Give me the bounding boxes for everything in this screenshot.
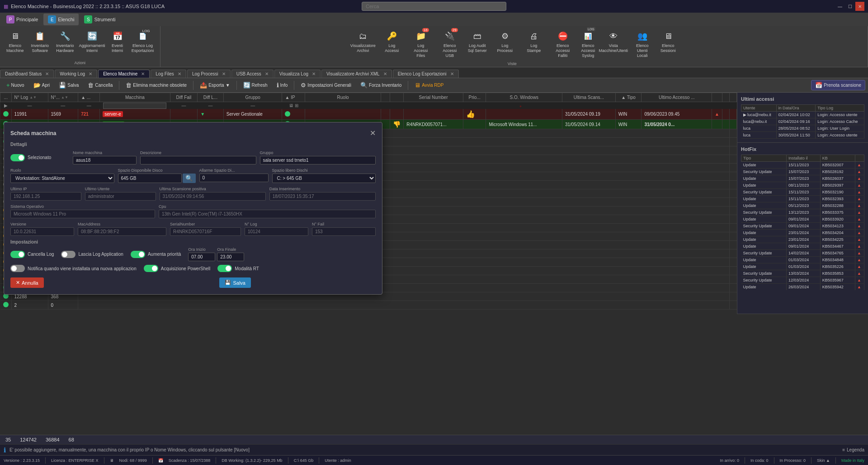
btn-apri[interactable]: 📂 Apri (30, 80, 54, 90)
tab-elenco-macchine-close[interactable]: ✕ (141, 71, 145, 76)
tb-elenco-utenti-locali[interactable]: 👥 Elenco UtentiLocali (629, 28, 656, 60)
tb-elenco-log-esp[interactable]: 📄LOG Elenco LogEsportazioni (129, 28, 156, 55)
btn-nuovo[interactable]: + Nuovo (3, 80, 28, 90)
modal-close-icon[interactable]: ✕ (370, 129, 376, 137)
tab-elenco-macchine[interactable]: Elenco Macchine ✕ (98, 70, 150, 78)
tb-aggiornamenti[interactable]: 🔄 AggiornamentiInterni (79, 28, 106, 55)
col-prio[interactable]: Prio... (463, 93, 486, 102)
list-item[interactable]: Update 08/11/2023 KB5029397 ▲ (741, 182, 864, 189)
tab-log-processi-close[interactable]: ✕ (222, 71, 226, 76)
col-extra1[interactable] (712, 93, 722, 102)
tb-log-accessi-files[interactable]: 📁16 Log AccessiFiles (407, 28, 434, 60)
list-item[interactable]: Security Update 09/01/2024 KB5034123 ▲ (741, 223, 864, 230)
table-row[interactable]: 2 0 (0, 301, 737, 310)
tb-log-audit[interactable]: 🗃 Log AuditSql Server (465, 28, 490, 55)
toggle-cancella-log[interactable] (10, 251, 25, 258)
list-item[interactable]: Update 09/01/2024 KB5033920 ▲ (741, 216, 864, 223)
list-item[interactable]: luca 28/05/2024 08:52 Login: User Login (741, 125, 864, 132)
tab-working-log[interactable]: Working Log ✕ (55, 70, 97, 78)
toggle-modalita-rt[interactable] (217, 265, 232, 272)
btn-salva[interactable]: 💾 Salva (219, 277, 251, 288)
ora-inizio-input[interactable] (188, 253, 215, 261)
menu-strumenti[interactable]: S Strumenti (80, 14, 120, 25)
list-item[interactable]: Update 26/03/2024 KB5035942 ▲ (741, 284, 864, 291)
btn-elimina-obsolete[interactable]: 🗑 Elimina macchine obsolete (122, 80, 190, 90)
list-item[interactable]: Security Update 12/03/2024 KB5035967 ▲ (741, 277, 864, 284)
allarme-input[interactable] (199, 174, 269, 182)
ora-fine-input[interactable] (217, 253, 244, 261)
tb-visualizzatore-archivi[interactable]: 🗂 VisualizzatoreArchivi (349, 28, 377, 55)
spazio-disco-input[interactable] (118, 174, 182, 183)
filter-toggle[interactable]: ▶ (0, 102, 12, 109)
list-item[interactable]: Security Update 15/07/2023 KB5028192 ▲ (741, 169, 864, 175)
col-extra3[interactable] (730, 93, 737, 102)
toggle-selezionato[interactable] (10, 154, 25, 161)
col-n2[interactable]: N°...▲▼ (48, 93, 78, 102)
list-item[interactable]: Security Update 15/11/2023 KB5032190 ▲ (741, 189, 864, 196)
btn-info[interactable]: ℹ Info (273, 80, 292, 90)
global-search-input[interactable] (362, 2, 506, 11)
tb-accessi-syslog[interactable]: 📊LOG ElencoAccessiSyslog (578, 28, 598, 60)
col-ruolo[interactable]: Ruolo (305, 93, 381, 102)
btn-salva[interactable]: 💾 Salva (55, 80, 82, 90)
tab-visualizza-log-close[interactable]: ✕ (312, 71, 316, 76)
tb-elenco-macchine[interactable]: 🖥 ElencoMacchine (4, 28, 27, 55)
skin-text[interactable]: Skin ▲ (817, 458, 830, 463)
minimize-button[interactable]: — (835, 2, 844, 11)
tb-log-stampe[interactable]: 🖨 Log Stampe (520, 28, 547, 55)
toggle-aumenta-priorita[interactable] (131, 251, 145, 258)
toggle-acquisizione[interactable] (144, 265, 158, 272)
tb-accessi-falliti[interactable]: ⛔ Elenco AccessiFalliti (549, 28, 576, 60)
list-item[interactable]: Security Update 13/03/2024 KB5035853 ▲ (741, 270, 864, 277)
list-item[interactable]: Update 01/03/2024 KB5035226 ▲ (741, 263, 864, 270)
btn-annulla[interactable]: ✕ Annulla (10, 277, 44, 288)
hotfix-scroll[interactable]: Tipo Installato il KB Update 15/11/2023 … (741, 155, 864, 290)
tab-dashboard-close[interactable]: ✕ (45, 71, 49, 76)
btn-prenota-scansione[interactable]: 📅 Prenota scansione (811, 80, 865, 90)
maximize-button[interactable]: ☐ (845, 2, 854, 11)
list-item[interactable]: Update 23/01/2024 KB5034204 ▲ (741, 230, 864, 236)
col-diff-fail[interactable]: Diff Fail (170, 93, 198, 102)
tb-log-processi[interactable]: ⚙ Log Processi (491, 28, 519, 55)
col-gruppo[interactable]: Gruppo (223, 93, 282, 102)
descrizione-input[interactable] (140, 156, 256, 164)
list-item[interactable]: Update 05/12/2023 KB5032288 ▲ (741, 202, 864, 209)
tab-elenco-log-esp[interactable]: Elenco Log Esportazioni ✕ (393, 70, 459, 78)
tab-dashboard[interactable]: DashBoard Status ✕ (0, 70, 54, 78)
col-extra2[interactable] (722, 93, 730, 102)
tb-elenco-sessioni[interactable]: 🖥 ElencoSessioni (658, 28, 679, 55)
col-nlog[interactable]: N° Log▲▼ (11, 93, 48, 102)
tab-usb-access[interactable]: USB Access ✕ (231, 70, 274, 78)
tb-inventario-hardware[interactable]: 🔧 InventarioHardware (53, 28, 77, 55)
btn-avvia-rdp[interactable]: 🖥 Avvia RDP (411, 80, 447, 90)
list-item[interactable]: Update 01/03/2024 KB5034848 ▲ (741, 257, 864, 263)
tab-visualizzatore-xml-close[interactable]: ✕ (383, 71, 387, 76)
tab-visualizzatore-xml[interactable]: Visualizzatore Archivi XML ✕ (321, 70, 392, 78)
list-item[interactable]: ▶ luca@nebu.it 02/04/2024 10:02 Login: A… (741, 112, 864, 118)
col-so[interactable]: S.O. Windows (486, 93, 562, 102)
tb-vista-macchine[interactable]: 👁 VistaMacchine/Utenti (600, 28, 627, 55)
list-item[interactable]: luca@nebu.it 02/04/2024 09:16 Login: Acc… (741, 118, 864, 125)
btn-refresh[interactable]: 🔄 Refresh (240, 80, 271, 90)
list-item[interactable]: Update 15/11/2023 KB5032393 ▲ (741, 196, 864, 202)
tab-log-files-close[interactable]: ✕ (178, 71, 181, 76)
tab-elenco-log-esp-close[interactable]: ✕ (450, 71, 454, 76)
nome-macchina-input[interactable] (73, 156, 137, 164)
col-macchina[interactable]: Macchina (100, 93, 170, 102)
tab-working-log-close[interactable]: ✕ (89, 71, 92, 76)
tb-log-accessi[interactable]: 🔑 Log Accessi (378, 28, 406, 55)
toggle-lascia-log[interactable] (61, 251, 75, 258)
btn-esporta[interactable]: 📤 Esporta ▼ (196, 80, 233, 90)
table-row[interactable]: 11991 1569 721 server-e ▼ Server Gestion… (0, 109, 737, 120)
legenda-group[interactable]: ≡ Legenda (842, 447, 864, 452)
btn-cancella[interactable]: 🗑 Cancella (84, 80, 116, 90)
list-item[interactable]: Update 15/11/2023 KB5032007 ▲ (741, 162, 864, 169)
list-item[interactable]: Update 23/01/2024 KB5034225 ▲ (741, 236, 864, 243)
list-item[interactable]: Security Update 13/12/2023 KB5033375 ▲ (741, 209, 864, 216)
toggle-notifica[interactable] (10, 265, 25, 272)
col-ultimo-acc[interactable]: Ultimo Accesso ... (642, 93, 712, 102)
tab-log-processi[interactable]: Log Processi ✕ (187, 70, 231, 78)
col-ultima-scan[interactable]: Ultima Scans... (562, 93, 615, 102)
list-item[interactable]: luca 30/05/2024 11:50 Login: Accesso ute… (741, 132, 864, 139)
menu-elenchi[interactable]: E Elenchi (43, 14, 79, 25)
